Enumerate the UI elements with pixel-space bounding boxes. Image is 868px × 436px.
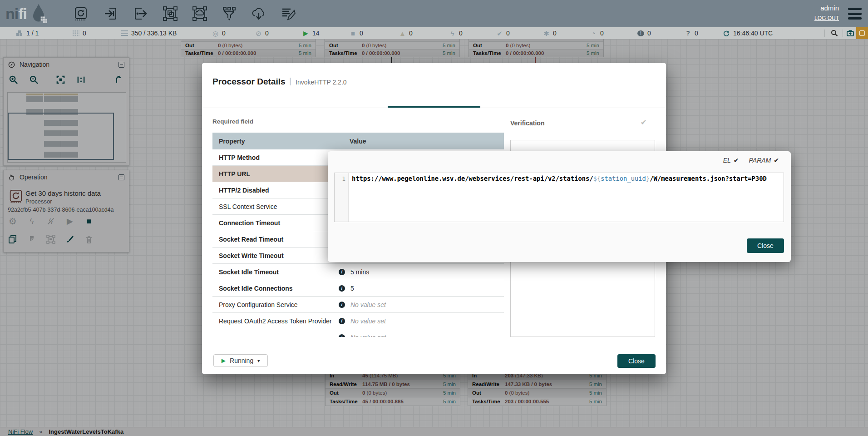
input-port-draggable-icon[interactable]	[103, 6, 118, 21]
remote-ports-indicator: 0	[73, 27, 86, 39]
Settings[interactable]	[202, 91, 295, 108]
Properties[interactable]	[388, 91, 480, 108]
status-icon: ϟ	[449, 30, 456, 37]
info-icon: i	[339, 269, 345, 275]
play-icon: ▶	[222, 357, 226, 364]
property-row[interactable]: Socket Idle Connections i 5	[212, 280, 504, 297]
dialog-title: Processor Details	[212, 77, 286, 87]
dialog-tabs	[202, 91, 666, 108]
app-header: nifi admin	[0, 0, 868, 27]
refresh-icon[interactable]	[723, 30, 730, 36]
stopped-indicator: ■ 0	[350, 27, 363, 39]
nifi-drop-icon	[28, 2, 49, 25]
nifi-logo: nifi	[5, 3, 49, 25]
check-icon: ✔	[774, 157, 779, 164]
status-bar: 1 / 1 0 350 / 336.13 KB ◎ 0 ⊘ 0 ▶ 14 ■ 0…	[0, 27, 868, 39]
Relationships[interactable]	[480, 91, 573, 108]
caret-down-icon: ▾	[257, 358, 260, 363]
invalid-indicator: ▲ 0	[399, 27, 413, 39]
value-column-header: Value	[350, 138, 366, 145]
active-threads-indicator: 1 / 1	[16, 27, 39, 39]
dialog-subtitle: InvokeHTTP 2.2.0	[296, 79, 347, 86]
editor-content[interactable]: https://www.pegelonline.wsv.de/webservic…	[349, 173, 784, 222]
last-refresh-time: 16:46:40 UTC	[723, 27, 773, 39]
up-to-date-indicator: ✔ 0	[496, 27, 510, 39]
Scheduling[interactable]	[295, 91, 387, 108]
sync-failure-indicator: ? 0	[685, 27, 698, 39]
transmitting-indicator: ◎ 0	[212, 27, 226, 39]
running-indicator: ▶ 14	[302, 27, 320, 39]
required-field-note: Required field	[212, 118, 253, 125]
status-icon: ?	[685, 30, 691, 36]
param-supported-badge: PARAM✔	[749, 157, 779, 164]
new-canvas-tile[interactable]	[856, 27, 868, 39]
locally-modified-indicator: ✱ 0	[543, 27, 557, 39]
verification-check-icon[interactable]: ✔	[641, 118, 646, 127]
remote-process-group-draggable-icon[interactable]	[192, 6, 207, 21]
run-state-dropdown[interactable]: ▶ Running ▾	[213, 354, 268, 367]
current-user: admin	[814, 4, 839, 12]
editor-close-button[interactable]: Close	[747, 238, 784, 253]
status-icon: ✔	[496, 30, 503, 37]
funnel-draggable-icon[interactable]	[222, 6, 237, 21]
stale-indicator: ◔ 0	[590, 27, 604, 39]
dialog-close-button[interactable]: Close	[617, 354, 656, 368]
status-icon	[16, 30, 23, 36]
first-aid-kit-icon[interactable]	[843, 27, 858, 39]
property-row[interactable]: Socket Idle Timeout i 5 mins	[212, 264, 504, 280]
property-row[interactable]: Request OAuth2 Access Token Provider i N…	[212, 313, 504, 329]
status-icon: !	[637, 30, 644, 36]
process-group-draggable-icon[interactable]	[163, 6, 178, 21]
note-icon	[859, 30, 865, 36]
status-icon: ▶	[302, 30, 309, 36]
verification-title: Verification	[510, 119, 544, 127]
property-row[interactable]: Proxy Configuration Service i No value s…	[212, 297, 504, 313]
check-icon: ✔	[734, 157, 739, 164]
label-draggable-icon[interactable]	[281, 6, 296, 21]
line-number: 1	[335, 173, 349, 222]
hamburger-menu-icon[interactable]	[848, 8, 862, 20]
nifi-app: nifi admin	[0, 0, 868, 436]
value-editor-popup: EL✔ PARAM✔ 1 https://www.pegelonline.wsv…	[328, 151, 791, 262]
output-port-draggable-icon[interactable]	[133, 6, 148, 21]
Comments[interactable]	[573, 91, 666, 108]
info-icon: i	[339, 302, 345, 308]
status-icon: ⊘	[255, 30, 262, 37]
status-icon: ✱	[543, 30, 550, 37]
locally-modified-stale-indicator: ! 0	[637, 27, 651, 39]
status-icon: ◔	[590, 30, 597, 37]
el-supported-badge: EL✔	[723, 157, 739, 164]
logout-link[interactable]: LOG OUT	[814, 15, 839, 21]
value-editor[interactable]: 1 https://www.pegelonline.wsv.de/webserv…	[334, 173, 784, 222]
info-icon: i	[339, 318, 345, 324]
status-icon: ▲	[399, 30, 406, 37]
status-icon	[73, 30, 79, 36]
processor-draggable-icon[interactable]	[73, 6, 89, 21]
status-icon: ■	[350, 30, 356, 37]
disabled-indicator: ϟ 0	[449, 27, 463, 39]
info-icon: i	[339, 334, 345, 337]
info-icon: i	[339, 285, 345, 292]
status-icon: ◎	[212, 30, 219, 37]
property-row[interactable]: i No value set	[212, 329, 504, 337]
property-column-header: Property	[219, 138, 350, 145]
queued-indicator: 350 / 336.13 KB	[121, 27, 177, 39]
not-transmitting-indicator: ⊘ 0	[255, 27, 269, 39]
search-icon[interactable]	[827, 27, 842, 39]
status-icon	[121, 30, 128, 36]
template-draggable-icon[interactable]	[251, 6, 266, 21]
